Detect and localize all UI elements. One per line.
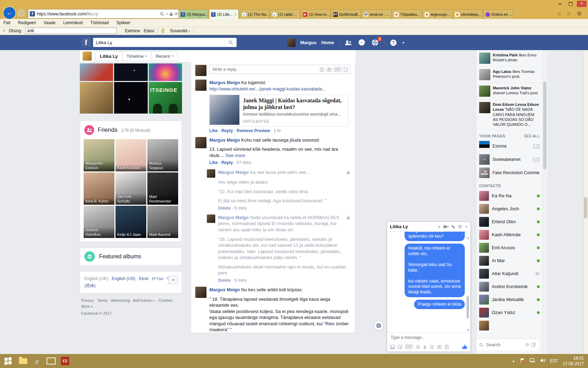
link-preview-title[interactable]: Janek Mäggi | Kuidas kasvatada sõgedat, …: [243, 97, 345, 110]
window-restore-button[interactable]: [566, 1, 575, 7]
address-bar[interactable]: f https://www.facebook.com/lilku.ly ▾ ⟳: [28, 9, 180, 19]
menu-vaade[interactable]: Vaade: [44, 20, 56, 25]
avatar[interactable]: [207, 214, 215, 223]
tab-the-na[interactable]: e(1) The Na...: [240, 9, 270, 19]
photo-thumbnail[interactable]: [114, 63, 147, 81]
tab-rabbi[interactable]: e(1) rabbi ...: [270, 9, 300, 19]
account-menu-caret-icon[interactable]: ▾: [402, 41, 404, 45]
tab-margus[interactable]: f(3) Margus...: [178, 9, 208, 19]
address-search-icon[interactable]: [160, 12, 164, 16]
input-language-indicator[interactable]: EST: [550, 359, 558, 363]
sticker-icon[interactable]: [398, 345, 402, 349]
contacts-search-bar[interactable]: ⚙: [476, 339, 539, 350]
address-search-caret-icon[interactable]: ▾: [166, 12, 168, 16]
menu-spikker[interactable]: Spikker: [117, 20, 131, 25]
ticker-item[interactable]: Dom Edson Lessa Edson Lessa "NÃO DÊ NADA…: [476, 100, 542, 130]
find-previous-button[interactable]: Eelmine: [125, 28, 140, 33]
attach-file-icon[interactable]: [423, 345, 427, 349]
contact-row[interactable]: Enit Arusoo: [476, 241, 542, 254]
tab-how-to[interactable]: ▶(1) How to...: [301, 9, 330, 19]
friend-tile[interactable]: Inna B. Kynts: [84, 172, 114, 205]
sticker-icon[interactable]: [344, 67, 348, 72]
contact-row[interactable]: Erlend Olen: [476, 215, 542, 228]
camera-icon[interactable]: [327, 68, 331, 71]
photo-thumbnail[interactable]: ITSEINGE: [149, 82, 182, 114]
tab-recent[interactable]: Recent▾: [152, 52, 178, 61]
friends-count[interactable]: 179 (6 Mutual): [121, 128, 150, 133]
comment-time[interactable]: 57 mins: [233, 160, 251, 165]
tab-eesti-ee[interactable]: Weesti.ee - ...: [362, 9, 391, 19]
language-link[interactable]: Eesti: [135, 276, 148, 281]
add-photo-icon[interactable]: [390, 345, 395, 349]
chat-input-row[interactable]: [387, 333, 470, 342]
tab-online-ee[interactable]: Online.ee ...: [483, 9, 513, 19]
notifications-globe-icon[interactable]: 3: [371, 39, 379, 47]
tab-viimistleja[interactable]: viimistleja...: [453, 9, 483, 19]
refresh-icon[interactable]: ⟳: [175, 12, 178, 16]
options-gear-icon[interactable]: ⚙: [458, 224, 462, 229]
search-button[interactable]: [224, 38, 237, 47]
like-link[interactable]: Like: [209, 128, 218, 133]
taskbar-filezilla[interactable]: FZ: [58, 354, 72, 368]
contact-row[interactable]: [476, 319, 542, 332]
contact-row[interactable]: Ai Mar: [476, 254, 542, 267]
chat-scrollbar-thumb[interactable]: [467, 296, 469, 319]
tray-expand-icon[interactable]: ▲: [512, 359, 515, 363]
url-text[interactable]: https://www.facebook.com/lilku.ly: [37, 12, 158, 16]
emoji-icon[interactable]: [416, 345, 420, 349]
contacts-search-input[interactable]: [485, 342, 523, 348]
call-icon[interactable]: [451, 225, 455, 229]
comment-link[interactable]: http://www.ohtuleht.ee/.../janek-maggi-k…: [209, 86, 326, 91]
footer-link-privacy[interactable]: Privacy: [81, 298, 94, 302]
comment-time[interactable]: 1 hr: [270, 128, 281, 133]
contact-row[interactable]: Angeles Josh: [476, 202, 542, 215]
chat-message-input[interactable]: [390, 335, 468, 340]
emoji-icon[interactable]: [320, 67, 324, 72]
taskbar-clock[interactable]: 16:01 17.08.2017: [563, 355, 584, 367]
tab-timeline[interactable]: Timeline▾: [122, 52, 152, 61]
menu-fail[interactable]: Fail: [4, 20, 10, 25]
window-minimize-button[interactable]: [555, 1, 565, 7]
thumbs-up-icon[interactable]: [462, 344, 468, 349]
delete-link[interactable]: Delete: [218, 206, 231, 211]
comment-author[interactable]: Margus Meigo: [209, 287, 240, 292]
avatar[interactable]: [195, 65, 206, 76]
find-options-button[interactable]: Suvandid ▾: [170, 28, 190, 33]
page-row-estonia[interactable]: Estonia 9+: [476, 139, 542, 153]
friend-requests-icon[interactable]: [344, 39, 352, 47]
see-all-link[interactable]: SEE ALL: [524, 134, 540, 138]
friend-tile[interactable]: Mart Rentmeester: [147, 172, 178, 205]
taskbar-file-explorer[interactable]: [16, 354, 30, 368]
new-message-icon[interactable]: [531, 342, 536, 347]
comment-time[interactable]: 5 mins: [231, 206, 247, 211]
photo-thumbnail[interactable]: [80, 63, 113, 81]
avatar[interactable]: [207, 169, 215, 178]
remove-preview-link[interactable]: Remove Preview: [233, 128, 270, 133]
taskbar-app-window[interactable]: [44, 354, 58, 368]
favorites-star-icon[interactable]: ☆: [567, 11, 571, 17]
browser-scrollbar-thumb[interactable]: [584, 197, 587, 218]
volume-icon[interactable]: [540, 358, 546, 364]
active-globe-icon[interactable]: [374, 321, 384, 330]
ticker-item[interactable]: Kristiina Pärk likes Enno Rüütel's photo…: [476, 50, 542, 67]
find-next-button[interactable]: Edasi: [144, 28, 154, 33]
footer-link-advertising[interactable]: Advertising: [108, 298, 130, 302]
contact-row[interactable]: Ka Re Na: [476, 189, 542, 202]
network-icon[interactable]: [530, 358, 536, 364]
comment-time[interactable]: 5 mins: [231, 278, 247, 283]
settings-gear-icon[interactable]: ⚙: [577, 11, 582, 17]
language-link[interactable]: עברית: [148, 276, 163, 281]
find-input[interactable]: [26, 28, 117, 34]
tab-goworkabroad[interactable]: BTGoWorkaB...: [331, 9, 361, 19]
photo-thumbnail[interactable]: [149, 63, 182, 81]
tab-tegevusjuhendaja[interactable]: tegevusju...: [422, 9, 452, 19]
friend-tile[interactable]: Kaidi Karilaid: [115, 139, 146, 171]
tab-close-icon[interactable]: ×: [234, 12, 237, 16]
photo-thumbnail[interactable]: [80, 82, 113, 114]
video-call-icon[interactable]: [443, 225, 448, 229]
action-center-flag-icon[interactable]: [520, 358, 525, 364]
chat-header[interactable]: Lilika Ly + ⚙ ×: [387, 222, 470, 232]
friend-tile[interactable]: Maili Aarend: [147, 206, 178, 238]
featured-albums-card[interactable]: Featured albums: [80, 247, 182, 266]
start-button[interactable]: [0, 354, 16, 368]
